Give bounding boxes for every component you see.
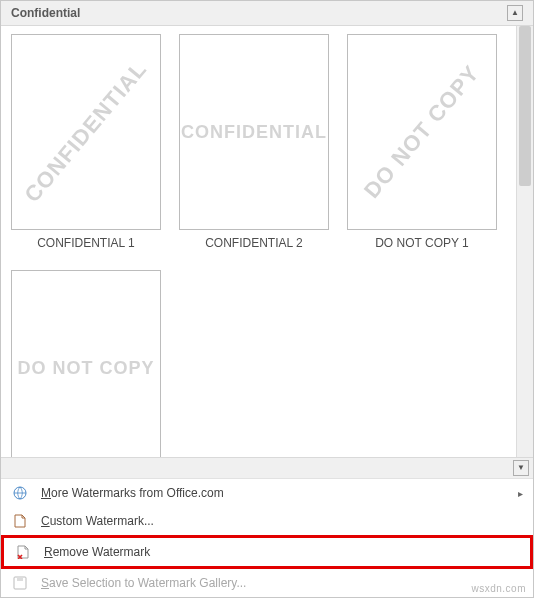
watermark-label: CONFIDENTIAL 1 xyxy=(37,236,135,250)
scrollbar-thumb[interactable] xyxy=(519,26,531,186)
scroll-up-button[interactable]: ▲ xyxy=(507,5,523,21)
watermark-label: DO NOT COPY 1 xyxy=(375,236,469,250)
watermark-text: CONFIDENTIAL xyxy=(20,56,153,207)
gallery-title: Confidential xyxy=(11,6,80,20)
menu-label: Remove Watermark xyxy=(44,545,520,559)
watermark-preview: CONFIDENTIAL xyxy=(179,34,329,230)
watermark-option-confidential-2[interactable]: CONFIDENTIAL CONFIDENTIAL 2 xyxy=(179,34,329,250)
gallery-area: CONFIDENTIAL CONFIDENTIAL 1 CONFIDENTIAL… xyxy=(1,26,533,457)
globe-icon xyxy=(11,484,29,502)
submenu-arrow-icon: ▸ xyxy=(518,488,523,499)
gallery-grid: CONFIDENTIAL CONFIDENTIAL 1 CONFIDENTIAL… xyxy=(1,26,533,457)
vertical-scrollbar[interactable] xyxy=(516,26,533,457)
scroll-down-button[interactable]: ▼ xyxy=(513,460,529,476)
menu-label: Save Selection to Watermark Gallery... xyxy=(41,576,523,590)
menu-custom-watermark[interactable]: Custom Watermark... xyxy=(1,507,533,535)
watermark-option-donotcopy-2[interactable]: DO NOT COPY DO NOT COPY 2 xyxy=(11,270,161,457)
page-icon xyxy=(11,512,29,530)
watermark-preview: CONFIDENTIAL xyxy=(11,34,161,230)
save-gallery-icon xyxy=(11,574,29,592)
watermark-label: CONFIDENTIAL 2 xyxy=(205,236,303,250)
watermark-preview: DO NOT COPY xyxy=(347,34,497,230)
menu-label: More Watermarks from Office.com xyxy=(41,486,506,500)
watermark-text: DO NOT COPY xyxy=(17,358,154,379)
menu-remove-watermark[interactable]: Remove Watermark xyxy=(1,535,533,569)
menu-list: More Watermarks from Office.com ▸ Custom… xyxy=(1,478,533,597)
scrollbar-track[interactable] xyxy=(517,26,533,457)
watermark-gallery-panel: Confidential ▲ CONFIDENTIAL CONFIDENTIAL… xyxy=(0,0,534,598)
svg-rect-2 xyxy=(17,577,23,581)
menu-more-watermarks[interactable]: More Watermarks from Office.com ▸ xyxy=(1,479,533,507)
watermark-text: DO NOT COPY xyxy=(359,60,485,203)
gallery-footer-row: ▼ xyxy=(1,457,533,478)
page-remove-icon xyxy=(14,543,32,561)
watermark-option-confidential-1[interactable]: CONFIDENTIAL CONFIDENTIAL 1 xyxy=(11,34,161,250)
watermark-option-donotcopy-1[interactable]: DO NOT COPY DO NOT COPY 1 xyxy=(347,34,497,250)
watermark-text: CONFIDENTIAL xyxy=(181,122,327,143)
watermark-preview: DO NOT COPY xyxy=(11,270,161,457)
menu-save-selection: Save Selection to Watermark Gallery... xyxy=(1,569,533,597)
menu-label: Custom Watermark... xyxy=(41,514,523,528)
gallery-header: Confidential ▲ xyxy=(1,1,533,26)
